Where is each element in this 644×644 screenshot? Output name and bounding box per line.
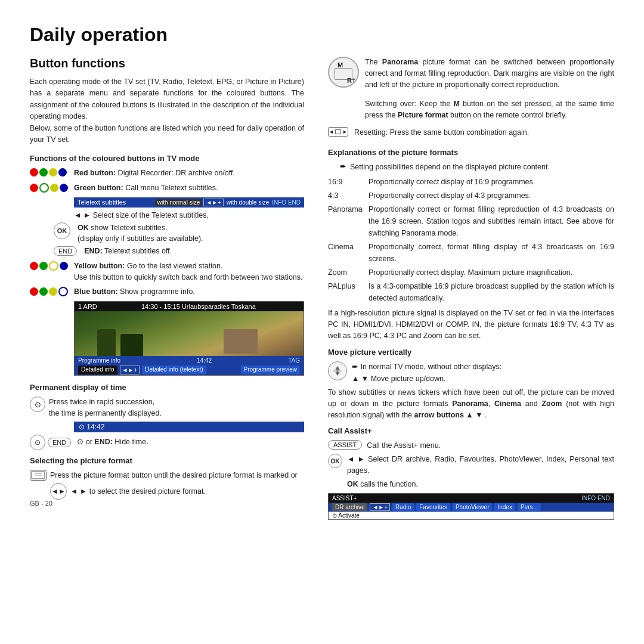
red-button-icons [30, 168, 70, 177]
prog-image [75, 311, 304, 356]
dot-green3 [39, 262, 48, 270]
nav-ud-circle [328, 361, 347, 380]
end-time-row: ⊙ END ⊙ or END: Hide time. [30, 435, 304, 450]
format-key-panorama: Panorama [328, 203, 364, 239]
format-key-cinema: Cinema [328, 241, 364, 265]
yellow-label: Yellow button: [74, 262, 125, 270]
move-detail-text: To show subtitles or news tickers which … [328, 387, 614, 420]
end-pill: END [54, 246, 77, 256]
format-val-zoom: Proportionally correct display. Maximum … [369, 267, 614, 278]
prog-name: Urlaubsparadies Toskana [182, 303, 256, 310]
teletext-bar-container: Teletext subtitles with normal size ◄►+ … [74, 197, 304, 208]
prog-icon: ◄►+ [120, 366, 140, 374]
select-size-text: ◄ ► Select size of the Teletext subtitle… [74, 210, 304, 221]
format-val-169: Proportionally correct display of 16:9 p… [369, 176, 614, 188]
page-number: GB - 20 [30, 500, 304, 507]
yellow-button-text: Yellow button: Go to the last viewed sta… [74, 261, 303, 283]
green-button-text: Green button: Call menu Teletext subtitl… [74, 182, 218, 194]
assist-section: Call Assist+ ASSIST Call the Assist+ men… [328, 426, 614, 520]
m-button-icon: M R + [328, 57, 359, 88]
m-bold: M [454, 100, 460, 108]
building [224, 329, 258, 354]
panorama-bold2: Panorama [452, 400, 488, 408]
dot-blue2 [60, 184, 68, 192]
prog-detailed-btn: Detailed info [78, 366, 117, 374]
dot-yellow1 [49, 168, 57, 177]
picture-format-section: Selecting the picture format Press the p… [30, 456, 304, 500]
favourites-btn: Favourites [416, 503, 450, 511]
dot-red3 [30, 262, 38, 270]
assist-row1: ASSIST Call the Assist+ menu. [328, 440, 614, 451]
radio-btn: Radio [392, 503, 414, 511]
ok-sub: (display only if subtitles are available… [78, 234, 203, 243]
green-desc: Call menu Teletext subtitles. [125, 184, 218, 192]
prog-preview-btn: Programme preview [241, 366, 300, 374]
yellow-button-row: Yellow button: Go to the last viewed sta… [30, 261, 304, 283]
formats-table: 16:9 Proportionally correct display of 1… [328, 176, 614, 304]
ok-label: OK [78, 224, 89, 232]
assist-title-label: ASSIST+ [332, 495, 357, 501]
clock-icon2: ⊙ [30, 435, 45, 450]
switch-over-text: Switching over: Keep the M button on the… [365, 98, 614, 121]
red-desc: Digital Recorder: DR archive on/off. [118, 169, 235, 177]
teletext-bar-mid: with normal size [155, 199, 203, 206]
prog-title-bar: 1 ARD 14:30 - 15:15 Urlaubsparadies Tosk… [75, 302, 304, 311]
reset-row: ◄ ► Resetting: Press the same button com… [328, 127, 614, 142]
svg-marker-6 [339, 369, 342, 373]
svg-rect-0 [32, 472, 45, 479]
end-row: END END: Teletext subtitles off. [54, 246, 304, 257]
green-button-row: Green button: Call menu Teletext subtitl… [30, 182, 304, 194]
move-picture-section: Move picture vertically ➨ In normal TV m… [328, 348, 614, 421]
programme-info-box: 1 ARD 14:30 - 15:15 Urlaubsparadies Tosk… [74, 301, 304, 376]
dot-blue3 [60, 262, 68, 270]
expl-bullet-row: ➨ Setting possibilities depend on the di… [340, 162, 614, 173]
format-key-169: 16:9 [328, 176, 364, 188]
end-pill2: END [48, 438, 71, 447]
green-button-icons [30, 183, 70, 193]
assist-ok-row: OK ◄ ► Select DR archive, Radio, Favouri… [328, 454, 614, 476]
format-val-panorama: Proportionally correct or format filling… [369, 203, 614, 239]
main-content: Button functions Each operating mode of … [30, 57, 614, 626]
call-assist-heading: Call Assist+ [328, 426, 614, 435]
time-display-text: ⊙ 14:42 [79, 423, 104, 431]
clock-row: ⊙ Press twice in rapid succession,the ti… [30, 397, 304, 419]
zoom-bold: Zoom [541, 400, 562, 408]
format-text2: ◄ ► to select the desired picture format… [70, 486, 206, 497]
ok-row: OK OK show Teletext subtitles.(display o… [54, 222, 304, 245]
left-arrow: ◄ [329, 129, 334, 135]
move-text-block: ➨ In normal TV mode, without other displ… [352, 361, 501, 385]
format-icon-svg [31, 471, 45, 479]
arrow-combo-icon: ◄ ► [328, 127, 348, 137]
format-row1: Press the picture format button until th… [30, 470, 304, 481]
dot-green-active [39, 183, 49, 193]
blue-button-text: Blue button: Show programme info. [74, 286, 195, 298]
permanent-time-heading: Permanent display of time [30, 383, 304, 392]
assist-text: Call the Assist+ menu. [367, 440, 441, 451]
assist-ok-text: ◄ ► Select DR archive, Radio, Favourites… [347, 454, 614, 476]
activate-text: ⊙ Activate [332, 512, 360, 519]
dot-green1 [39, 168, 48, 177]
tree2 [120, 334, 143, 357]
press-twice-text: Press twice in rapid succession,the time… [49, 397, 162, 419]
ok-small-icon: OK [328, 454, 342, 468]
assist-bar: ASSIST+ INFO END DR archive ◄►+ Radio Fa… [328, 493, 614, 520]
blue-button-row: Blue button: Show programme info. [30, 286, 304, 298]
reset-text: Resetting: Press the same button combina… [354, 127, 529, 138]
right-arrow: ► [342, 129, 348, 135]
prog-info-label: Programme info [78, 357, 120, 364]
format-val-palplus: Is a 4:3-compatible 16:9 picture broadca… [369, 280, 614, 304]
end-time-text: ⊙ or END: Hide time. [77, 436, 148, 448]
dot-blue-active [58, 287, 68, 296]
teletext-bar: Teletext subtitles with normal size ◄►+ … [74, 197, 304, 208]
teletext-bar-left: Teletext subtitles [78, 199, 126, 206]
end-text: END: Teletext subtitles off. [84, 246, 172, 257]
red-label: Red button: [74, 169, 116, 177]
right-column: M R + The Panorama picture format can be… [328, 57, 614, 626]
pers-btn: Pers... [518, 503, 541, 511]
panorama-icons: M R + [328, 57, 359, 88]
format-row-zoom: Zoom Proportionally correct display. Max… [328, 267, 614, 278]
nav-circle-icon: ◄► [50, 483, 67, 500]
format-key-zoom: Zoom [328, 267, 364, 278]
dr-archive-btn: DR archive [332, 503, 367, 511]
expl-heading: Explanations of the picture formats [328, 148, 614, 157]
